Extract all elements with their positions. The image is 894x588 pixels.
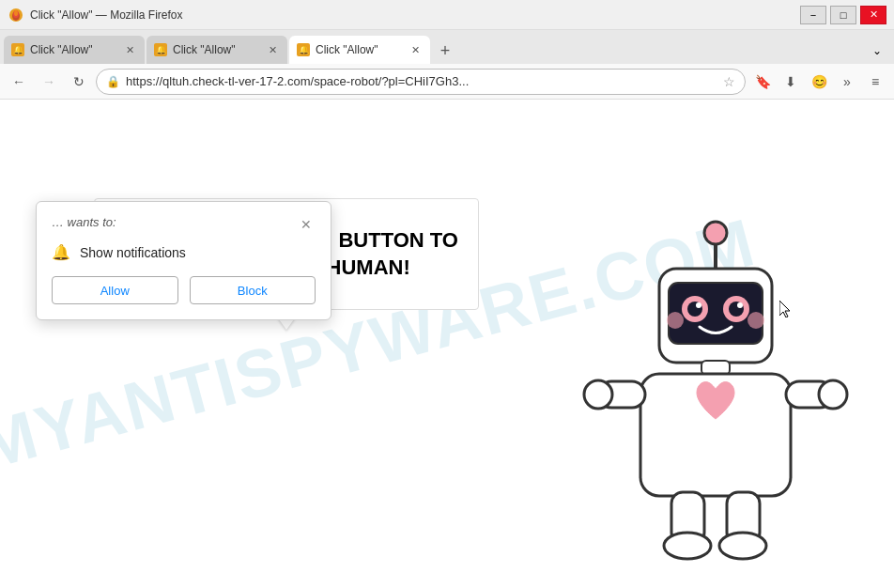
popup-notification-row: 🔔 Show notifications [52,243,316,261]
tab-2[interactable]: 🔔 Click "Allow" ✕ [146,36,287,64]
menu-button[interactable]: ≡ [862,69,888,95]
svg-point-12 [696,302,701,308]
tab-list-button[interactable]: ⌄ [864,38,890,64]
firefox-icon [8,7,24,23]
title-bar-controls: − □ ✕ [800,6,886,24]
popup-close-button[interactable]: ✕ [297,215,316,234]
notification-popup: … wants to: ✕ 🔔 Show notifications Allow… [36,201,331,320]
tab-3-close[interactable]: ✕ [408,42,423,57]
tab-bar: 🔔 Click "Allow" ✕ 🔔 Click "Allow" ✕ 🔔 Cl… [0,30,894,64]
close-button[interactable]: ✕ [860,6,886,24]
tab-3-title: Click "Allow" [316,43,402,56]
tab-2-favicon: 🔔 [154,43,167,56]
maximize-button[interactable]: □ [830,6,856,24]
block-button[interactable]: Block [190,276,316,304]
robot-illustration [547,212,885,588]
forward-button[interactable]: → [36,69,62,95]
svg-point-15 [748,312,764,329]
notification-label: Show notifications [80,245,186,260]
reload-button[interactable]: ↻ [66,69,92,95]
nav-bar: ← → ↻ 🔒 https://qltuh.check-tl-ver-17-2.… [0,64,894,100]
new-tab-button[interactable]: + [432,38,458,64]
tab-3[interactable]: 🔔 Click "Allow" ✕ [289,36,430,64]
extensions-button[interactable]: » [834,69,860,95]
nav-right-controls: 🔖 ⬇ 😊 » ≡ [749,69,888,95]
allow-button[interactable]: Allow [52,276,178,304]
svg-point-3 [14,10,18,16]
tab-1[interactable]: 🔔 Click "Allow" ✕ [4,36,145,64]
popup-buttons: Allow Block [52,276,316,304]
bell-icon: 🔔 [52,243,70,261]
svg-point-21 [819,380,847,409]
popup-header: … wants to: ✕ [52,215,316,234]
tab-3-favicon: 🔔 [297,43,310,56]
page-content: MYANTISPYWARE.COM PRESS THE "ALLOW" BUTT… [0,100,894,588]
url-text: https://qltuh.check-tl-ver-17-2.com/spac… [126,74,717,88]
security-icon: 🔒 [106,75,120,88]
tab-2-close[interactable]: ✕ [265,42,280,57]
title-bar-left: Click "Allow" — Mozilla Firefox [8,7,183,23]
tab-2-title: Click "Allow" [173,43,259,56]
address-bar[interactable]: 🔒 https://qltuh.check-tl-ver-17-2.com/sp… [96,69,746,95]
svg-point-13 [737,302,743,308]
svg-point-14 [667,312,684,329]
svg-point-20 [584,380,612,409]
tab-1-favicon: 🔔 [11,43,24,56]
tab-1-close[interactable]: ✕ [122,42,137,57]
title-bar-title: Click "Allow" — Mozilla Firefox [30,8,183,22]
profile-button[interactable]: 😊 [806,69,832,95]
downloads-button[interactable]: ⬇ [778,69,804,95]
svg-point-25 [719,533,766,559]
title-bar: Click "Allow" — Mozilla Firefox − □ ✕ [0,0,894,30]
svg-point-5 [704,222,727,244]
minimize-button[interactable]: − [800,6,826,24]
bookmark-star-icon[interactable]: ☆ [723,74,735,89]
tab-1-title: Click "Allow" [30,43,116,56]
svg-point-24 [664,533,711,559]
back-button[interactable]: ← [6,69,32,95]
bookmarks-button[interactable]: 🔖 [749,69,776,95]
popup-wants-to-text: … wants to: [52,215,116,229]
